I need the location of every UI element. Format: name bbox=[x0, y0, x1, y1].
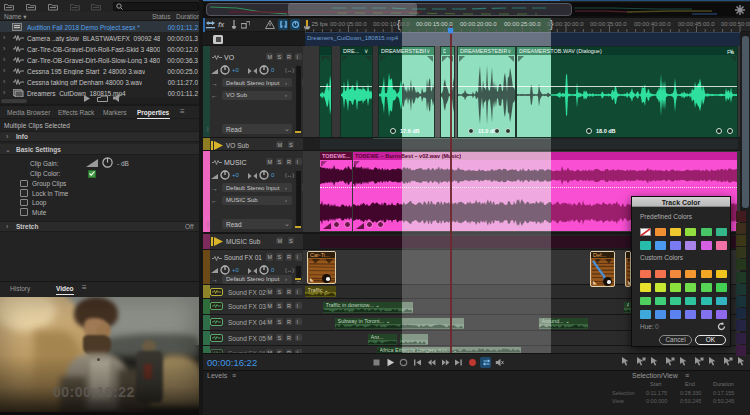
svg-text:*: * bbox=[120, 94, 122, 99]
